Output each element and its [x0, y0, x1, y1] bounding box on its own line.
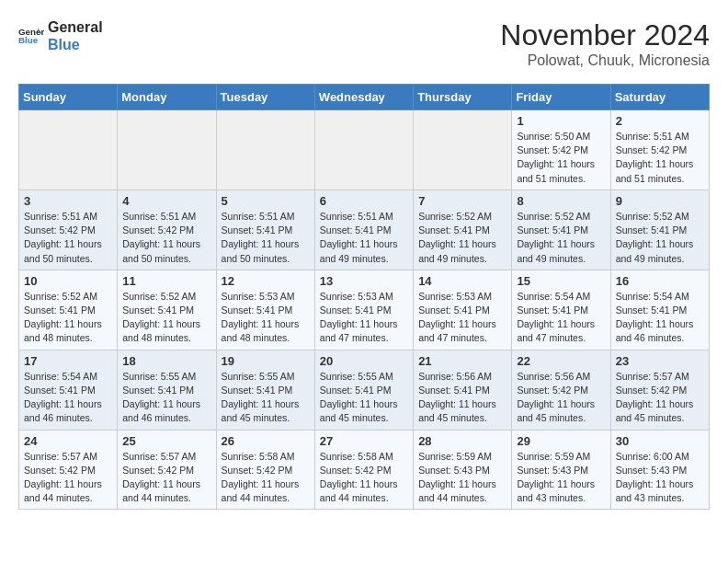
day-number: 5 [222, 194, 310, 208]
header-row: SundayMondayTuesdayWednesdayThursdayFrid… [19, 85, 710, 110]
week-row-5: 24Sunrise: 5:57 AM Sunset: 5:42 PM Dayli… [19, 430, 710, 510]
week-row-3: 10Sunrise: 5:52 AM Sunset: 5:41 PM Dayli… [19, 270, 710, 350]
day-cell [314, 110, 413, 190]
day-info: Sunrise: 5:52 AM Sunset: 5:41 PM Dayligh… [24, 290, 112, 346]
header-cell-tuesday: Tuesday [216, 85, 314, 110]
day-cell: 16Sunrise: 5:54 AM Sunset: 5:41 PM Dayli… [610, 270, 709, 350]
calendar-header: SundayMondayTuesdayWednesdayThursdayFrid… [19, 85, 710, 110]
day-number: 8 [517, 194, 605, 208]
day-number: 30 [616, 434, 704, 448]
month-title: November 2024 [500, 18, 710, 52]
day-number: 11 [122, 274, 210, 288]
header-cell-wednesday: Wednesday [314, 85, 413, 110]
day-number: 2 [616, 114, 704, 128]
header: General Blue General Blue November 2024 … [18, 18, 710, 69]
logo-line1: General [48, 18, 103, 36]
svg-text:Blue: Blue [18, 36, 39, 46]
day-number: 4 [122, 194, 210, 208]
day-cell: 6Sunrise: 5:51 AM Sunset: 5:41 PM Daylig… [314, 190, 413, 270]
day-cell: 2Sunrise: 5:51 AM Sunset: 5:42 PM Daylig… [610, 110, 709, 190]
day-cell: 26Sunrise: 5:58 AM Sunset: 5:42 PM Dayli… [216, 430, 314, 510]
day-info: Sunrise: 5:52 AM Sunset: 5:41 PM Dayligh… [122, 290, 210, 346]
day-info: Sunrise: 5:51 AM Sunset: 5:42 PM Dayligh… [616, 130, 704, 186]
day-number: 29 [517, 434, 605, 448]
day-info: Sunrise: 5:54 AM Sunset: 5:41 PM Dayligh… [616, 290, 704, 346]
day-info: Sunrise: 5:59 AM Sunset: 5:43 PM Dayligh… [418, 450, 506, 506]
day-cell: 11Sunrise: 5:52 AM Sunset: 5:41 PM Dayli… [118, 270, 216, 350]
day-info: Sunrise: 5:56 AM Sunset: 5:42 PM Dayligh… [517, 370, 605, 426]
day-info: Sunrise: 5:53 AM Sunset: 5:41 PM Dayligh… [222, 290, 310, 346]
day-cell: 7Sunrise: 5:52 AM Sunset: 5:41 PM Daylig… [414, 190, 512, 270]
day-cell [118, 110, 216, 190]
day-number: 23 [616, 354, 704, 368]
header-cell-monday: Monday [118, 85, 216, 110]
day-info: Sunrise: 5:51 AM Sunset: 5:41 PM Dayligh… [320, 210, 408, 266]
day-info: Sunrise: 5:58 AM Sunset: 5:42 PM Dayligh… [222, 450, 310, 506]
day-cell: 24Sunrise: 5:57 AM Sunset: 5:42 PM Dayli… [19, 430, 118, 510]
day-cell [216, 110, 314, 190]
location-title: Polowat, Chuuk, Micronesia [500, 52, 710, 69]
day-cell: 27Sunrise: 5:58 AM Sunset: 5:42 PM Dayli… [314, 430, 413, 510]
day-number: 25 [122, 434, 210, 448]
day-cell: 10Sunrise: 5:52 AM Sunset: 5:41 PM Dayli… [19, 270, 118, 350]
day-number: 17 [24, 354, 112, 368]
day-info: Sunrise: 5:50 AM Sunset: 5:42 PM Dayligh… [517, 130, 605, 186]
calendar-table: SundayMondayTuesdayWednesdayThursdayFrid… [18, 84, 710, 510]
day-cell: 28Sunrise: 5:59 AM Sunset: 5:43 PM Dayli… [414, 430, 512, 510]
day-info: Sunrise: 5:53 AM Sunset: 5:41 PM Dayligh… [418, 290, 506, 346]
day-info: Sunrise: 5:54 AM Sunset: 5:41 PM Dayligh… [24, 370, 112, 426]
day-number: 22 [517, 354, 605, 368]
day-number: 1 [517, 114, 605, 128]
day-number: 10 [24, 274, 112, 288]
header-cell-friday: Friday [512, 85, 610, 110]
day-cell: 9Sunrise: 5:52 AM Sunset: 5:41 PM Daylig… [610, 190, 709, 270]
day-cell: 14Sunrise: 5:53 AM Sunset: 5:41 PM Dayli… [414, 270, 512, 350]
logo: General Blue General Blue [18, 18, 103, 53]
header-cell-saturday: Saturday [610, 85, 709, 110]
day-cell [414, 110, 512, 190]
day-info: Sunrise: 6:00 AM Sunset: 5:43 PM Dayligh… [616, 450, 704, 506]
day-info: Sunrise: 5:57 AM Sunset: 5:42 PM Dayligh… [24, 450, 112, 506]
week-row-2: 3Sunrise: 5:51 AM Sunset: 5:42 PM Daylig… [19, 190, 710, 270]
day-number: 28 [418, 434, 506, 448]
day-number: 20 [320, 354, 408, 368]
day-cell: 15Sunrise: 5:54 AM Sunset: 5:41 PM Dayli… [512, 270, 610, 350]
day-info: Sunrise: 5:55 AM Sunset: 5:41 PM Dayligh… [320, 370, 408, 426]
day-number: 21 [418, 354, 506, 368]
day-cell: 19Sunrise: 5:55 AM Sunset: 5:41 PM Dayli… [216, 350, 314, 430]
day-number: 18 [122, 354, 210, 368]
day-info: Sunrise: 5:55 AM Sunset: 5:41 PM Dayligh… [122, 370, 210, 426]
day-cell: 13Sunrise: 5:53 AM Sunset: 5:41 PM Dayli… [314, 270, 413, 350]
day-number: 12 [222, 274, 310, 288]
day-number: 16 [616, 274, 704, 288]
day-cell: 23Sunrise: 5:57 AM Sunset: 5:42 PM Dayli… [610, 350, 709, 430]
day-info: Sunrise: 5:59 AM Sunset: 5:43 PM Dayligh… [517, 450, 605, 506]
day-number: 9 [616, 194, 704, 208]
day-cell: 29Sunrise: 5:59 AM Sunset: 5:43 PM Dayli… [512, 430, 610, 510]
day-cell [19, 110, 118, 190]
calendar-body: 1Sunrise: 5:50 AM Sunset: 5:42 PM Daylig… [19, 110, 710, 510]
day-cell: 22Sunrise: 5:56 AM Sunset: 5:42 PM Dayli… [512, 350, 610, 430]
day-cell: 20Sunrise: 5:55 AM Sunset: 5:41 PM Dayli… [314, 350, 413, 430]
day-info: Sunrise: 5:51 AM Sunset: 5:41 PM Dayligh… [222, 210, 310, 266]
day-cell: 17Sunrise: 5:54 AM Sunset: 5:41 PM Dayli… [19, 350, 118, 430]
day-info: Sunrise: 5:51 AM Sunset: 5:42 PM Dayligh… [24, 210, 112, 266]
day-info: Sunrise: 5:56 AM Sunset: 5:41 PM Dayligh… [418, 370, 506, 426]
day-number: 26 [222, 434, 310, 448]
day-info: Sunrise: 5:58 AM Sunset: 5:42 PM Dayligh… [320, 450, 408, 506]
header-cell-thursday: Thursday [414, 85, 512, 110]
day-info: Sunrise: 5:53 AM Sunset: 5:41 PM Dayligh… [320, 290, 408, 346]
day-cell: 8Sunrise: 5:52 AM Sunset: 5:41 PM Daylig… [512, 190, 610, 270]
week-row-4: 17Sunrise: 5:54 AM Sunset: 5:41 PM Dayli… [19, 350, 710, 430]
week-row-1: 1Sunrise: 5:50 AM Sunset: 5:42 PM Daylig… [19, 110, 710, 190]
day-info: Sunrise: 5:52 AM Sunset: 5:41 PM Dayligh… [517, 210, 605, 266]
day-info: Sunrise: 5:51 AM Sunset: 5:42 PM Dayligh… [122, 210, 210, 266]
day-number: 27 [320, 434, 408, 448]
day-cell: 21Sunrise: 5:56 AM Sunset: 5:41 PM Dayli… [414, 350, 512, 430]
day-info: Sunrise: 5:54 AM Sunset: 5:41 PM Dayligh… [517, 290, 605, 346]
day-number: 3 [24, 194, 112, 208]
day-number: 15 [517, 274, 605, 288]
logo-line2: Blue [48, 36, 103, 53]
day-number: 13 [320, 274, 408, 288]
day-info: Sunrise: 5:52 AM Sunset: 5:41 PM Dayligh… [418, 210, 506, 266]
